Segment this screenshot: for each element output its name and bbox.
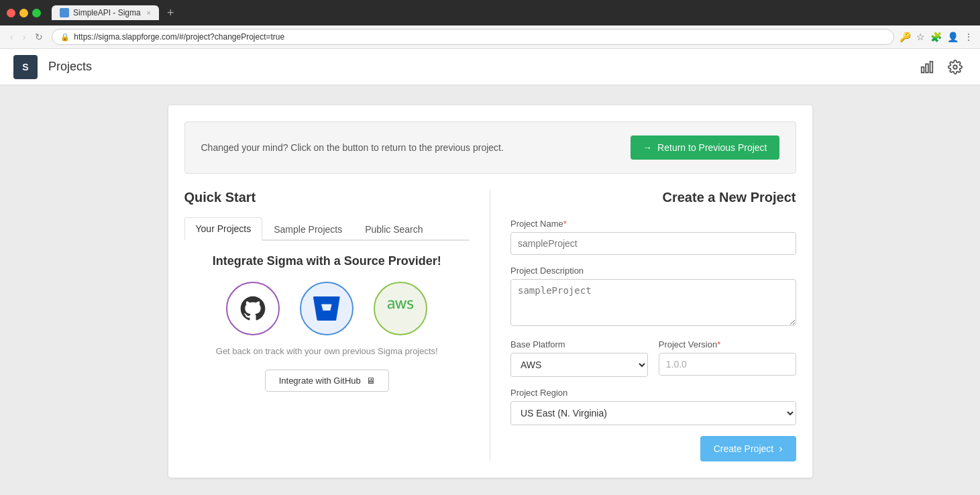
base-platform-label: Base Platform bbox=[510, 339, 648, 349]
return-banner-text: Changed your mind? Click on the button t… bbox=[201, 142, 504, 153]
project-name-group: Project Name* bbox=[510, 219, 796, 255]
app-header: S Projects bbox=[0, 49, 980, 85]
panel-divider bbox=[490, 190, 490, 461]
tab-public-search[interactable]: Public Search bbox=[353, 217, 434, 241]
main-content: Changed your mind? Click on the button t… bbox=[0, 85, 980, 495]
maximize-traffic-light[interactable] bbox=[32, 9, 41, 17]
minimize-traffic-light[interactable] bbox=[19, 9, 28, 17]
settings-button[interactable] bbox=[944, 56, 967, 78]
provider-icons bbox=[184, 282, 470, 335]
project-version-group: Project Version* bbox=[659, 339, 796, 376]
quick-start-title: Quick Start bbox=[184, 190, 470, 205]
browser-chrome: SimpleAPI - Sigma × + bbox=[0, 0, 980, 25]
traffic-lights bbox=[7, 9, 41, 17]
project-description-label: Project Description bbox=[510, 266, 796, 276]
project-name-label: Project Name* bbox=[510, 219, 796, 229]
svg-point-3 bbox=[953, 65, 957, 69]
tab-favicon bbox=[60, 8, 69, 17]
integrate-github-label: Integrate with GitHub bbox=[279, 376, 361, 386]
address-bar: ‹ › ↻ 🔒 https://sigma.slappforge.com/#/p… bbox=[0, 25, 980, 49]
integrate-heading: Integrate Sigma with a Source Provider! bbox=[184, 254, 470, 268]
settings-icon bbox=[948, 60, 963, 74]
base-platform-col: Base Platform AWS Azure GCP bbox=[510, 339, 648, 388]
platform-version-row: Base Platform AWS Azure GCP Project Vers… bbox=[510, 339, 796, 388]
tab-bar: SimpleAPI - Sigma × + bbox=[52, 5, 973, 20]
content-body: Quick Start Your Projects Sample Project… bbox=[168, 174, 812, 478]
project-description-group: Project Description bbox=[510, 266, 796, 329]
svg-rect-2 bbox=[930, 61, 933, 72]
left-panel: Quick Start Your Projects Sample Project… bbox=[184, 190, 470, 461]
header-actions bbox=[916, 56, 967, 78]
active-tab[interactable]: SimpleAPI - Sigma × bbox=[52, 5, 159, 20]
base-platform-group: Base Platform AWS Azure GCP bbox=[510, 339, 648, 377]
tab-close-button[interactable]: × bbox=[147, 9, 151, 17]
return-btn-label: Return to Previous Project bbox=[657, 142, 767, 153]
project-version-input[interactable] bbox=[659, 353, 796, 376]
app-logo: S bbox=[13, 55, 38, 79]
project-region-label: Project Region bbox=[510, 388, 796, 398]
svg-rect-0 bbox=[922, 67, 924, 72]
close-traffic-light[interactable] bbox=[7, 9, 15, 17]
project-name-input[interactable] bbox=[510, 232, 796, 255]
app-title: Projects bbox=[48, 60, 92, 74]
key-icon[interactable]: 🔑 bbox=[900, 32, 911, 42]
project-region-group: Project Region US East (N. Virginia) US … bbox=[510, 388, 796, 425]
github-logo bbox=[238, 294, 268, 323]
refresh-button[interactable]: ↻ bbox=[32, 30, 46, 44]
content-card: Changed your mind? Click on the button t… bbox=[168, 105, 812, 478]
url-text: https://sigma.slappforge.com/#/project?c… bbox=[74, 32, 284, 42]
forward-button[interactable]: › bbox=[19, 30, 30, 44]
url-bar[interactable]: 🔒 https://sigma.slappforge.com/#/project… bbox=[52, 29, 894, 45]
browser-actions: 🔑 ☆ 🧩 👤 ⋮ bbox=[900, 32, 973, 42]
nav-buttons: ‹ › ↻ bbox=[7, 30, 46, 44]
lock-icon: 🔒 bbox=[60, 33, 70, 42]
tabs-container: Your Projects Sample Projects Public Sea… bbox=[184, 216, 470, 241]
project-description-input[interactable] bbox=[510, 279, 796, 326]
extensions-icon[interactable]: 🧩 bbox=[930, 32, 942, 42]
back-button[interactable]: ‹ bbox=[7, 30, 17, 44]
right-panel: Create a New Project Project Name* Proje… bbox=[510, 190, 796, 461]
return-btn-arrow: → bbox=[643, 142, 652, 153]
bitbucket-provider-icon[interactable] bbox=[300, 282, 353, 335]
return-banner: Changed your mind? Click on the button t… bbox=[184, 121, 796, 174]
aws-logo bbox=[386, 294, 415, 323]
project-version-col: Project Version* bbox=[659, 339, 796, 388]
menu-icon[interactable]: ⋮ bbox=[964, 32, 973, 42]
integrate-github-button[interactable]: Integrate with GitHub 🖥 bbox=[265, 370, 389, 392]
create-project-arrow: › bbox=[779, 443, 782, 455]
required-indicator: * bbox=[563, 219, 567, 229]
svg-rect-1 bbox=[926, 64, 928, 72]
aws-provider-icon[interactable] bbox=[374, 282, 427, 335]
return-to-previous-project-button[interactable]: → Return to Previous Project bbox=[631, 135, 779, 160]
create-button-container: Create Project › bbox=[510, 436, 796, 461]
profile-icon[interactable]: 👤 bbox=[947, 32, 959, 42]
analytics-button[interactable] bbox=[916, 56, 938, 78]
integrate-subtitle: Get back on track with your own previous… bbox=[184, 346, 470, 356]
monitor-icon: 🖥 bbox=[366, 376, 375, 386]
analytics-icon bbox=[920, 60, 934, 74]
create-project-label: Create Project bbox=[714, 443, 773, 454]
create-project-button[interactable]: Create Project › bbox=[700, 436, 796, 461]
project-region-select[interactable]: US East (N. Virginia) US West (Oregon) E… bbox=[510, 401, 796, 425]
github-provider-icon[interactable] bbox=[226, 282, 280, 335]
star-icon[interactable]: ☆ bbox=[916, 32, 925, 42]
bitbucket-logo bbox=[313, 295, 340, 322]
new-tab-button[interactable]: + bbox=[163, 6, 178, 20]
version-required-indicator: * bbox=[717, 339, 720, 349]
base-platform-select[interactable]: AWS Azure GCP bbox=[510, 353, 648, 377]
tab-title: SimpleAPI - Sigma bbox=[73, 8, 141, 17]
tab-your-projects[interactable]: Your Projects bbox=[184, 217, 263, 241]
create-project-title: Create a New Project bbox=[510, 190, 796, 205]
project-version-label: Project Version* bbox=[659, 339, 796, 349]
tab-sample-projects[interactable]: Sample Projects bbox=[262, 217, 353, 241]
